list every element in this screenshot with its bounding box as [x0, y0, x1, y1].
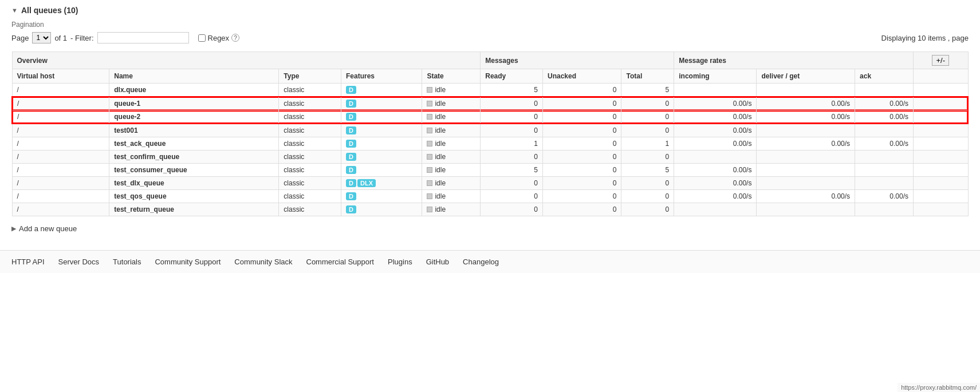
footer-link[interactable]: Tutorials: [113, 258, 141, 266]
state-dot: [427, 141, 432, 146]
regex-label: Regex: [208, 34, 230, 42]
cell-ack: [855, 177, 914, 190]
cell-vhost: /: [12, 97, 109, 110]
plus-minus-button[interactable]: +/-: [932, 55, 949, 66]
cell-total: 5: [621, 164, 674, 177]
cell-ack: [855, 84, 914, 97]
feature-badge-d: D: [346, 113, 356, 121]
cell-total: 0: [621, 190, 674, 203]
cell-name[interactable]: test_dlx_queue: [109, 177, 279, 190]
feature-badge-dlx: DLX: [357, 179, 376, 187]
plus-minus-header[interactable]: +/-: [914, 52, 969, 69]
col-empty: [914, 69, 969, 84]
cell-state: idle: [422, 84, 481, 97]
footer-link[interactable]: Changelog: [463, 258, 499, 266]
col-type: Type: [279, 69, 341, 84]
table-row[interactable]: /test_confirm_queueclassicDidle000: [12, 151, 968, 164]
cell-incoming: 0.00/s: [674, 190, 757, 203]
collapse-arrow[interactable]: ▼: [11, 7, 18, 14]
queue-name-link[interactable]: test_confirm_queue: [114, 153, 179, 161]
cell-ready: 0: [481, 203, 543, 216]
cell-state: idle: [422, 151, 481, 164]
cell-incoming: 0.00/s: [674, 177, 757, 190]
queue-name-link[interactable]: test_return_queue: [114, 205, 174, 213]
state-label: idle: [435, 205, 446, 213]
state-label: idle: [435, 153, 446, 161]
col-ready: Ready: [481, 69, 543, 84]
footer-link[interactable]: Server Docs: [58, 258, 100, 266]
table-row[interactable]: /test_qos_queueclassicDidle0000.00/s0.00…: [12, 190, 968, 203]
page-select[interactable]: 1: [32, 32, 51, 43]
regex-checkbox[interactable]: [198, 34, 206, 42]
cell-name[interactable]: test_return_queue: [109, 203, 279, 216]
cell-features: D: [341, 164, 422, 177]
col-incoming: incoming: [674, 69, 757, 84]
cell-empty: [914, 203, 969, 216]
queue-name-link[interactable]: queue-1: [114, 100, 140, 108]
state-dot: [427, 167, 432, 173]
footer-link[interactable]: HTTP API: [11, 258, 45, 266]
col-total: Total: [621, 69, 674, 84]
cell-name[interactable]: queue-1: [109, 97, 279, 110]
cell-features: D: [341, 203, 422, 216]
table-row[interactable]: /dlx.queueclassicDidle505: [12, 84, 968, 97]
cell-name[interactable]: test_qos_queue: [109, 190, 279, 203]
cell-unacked: 0: [543, 164, 621, 177]
add-queue-section: ▶ Add a new queue: [11, 224, 969, 233]
table-row[interactable]: /queue-1classicDidle0000.00/s0.00/s0.00/…: [12, 97, 968, 110]
cell-state: idle: [422, 137, 481, 151]
table-row[interactable]: /test_return_queueclassicDidle000: [12, 203, 968, 216]
table-row[interactable]: /test_consumer_queueclassicDidle5050.00/…: [12, 164, 968, 177]
cell-features: D: [341, 110, 422, 124]
table-row[interactable]: /test_ack_queueclassicDidle1010.00/s0.00…: [12, 137, 968, 151]
cell-ready: 0: [481, 97, 543, 110]
state-dot: [427, 128, 432, 133]
cell-state: idle: [422, 177, 481, 190]
cell-name[interactable]: dlx.queue: [109, 84, 279, 97]
cell-name[interactable]: queue-2: [109, 110, 279, 124]
cell-total: 1: [621, 137, 674, 151]
displaying-info: Displaying 10 items , page: [881, 34, 969, 42]
footer-link[interactable]: GitHub: [426, 258, 449, 266]
col-ack: ack: [855, 69, 914, 84]
feature-badge-d: D: [346, 179, 356, 187]
cell-empty: [914, 124, 969, 137]
table-row[interactable]: /queue-2classicDidle0000.00/s0.00/s0.00/…: [12, 110, 968, 124]
cell-deliver-get: [757, 84, 855, 97]
regex-help-icon[interactable]: ?: [231, 34, 239, 42]
cell-name[interactable]: test_consumer_queue: [109, 164, 279, 177]
queue-name-link[interactable]: test_ack_queue: [114, 140, 166, 148]
queue-name-link[interactable]: test_dlx_queue: [114, 179, 164, 187]
queue-table: Overview Messages Message rates +/- Virt…: [11, 52, 969, 216]
footer-link[interactable]: Plugins: [388, 258, 412, 266]
queue-name-link[interactable]: queue-2: [114, 113, 140, 121]
cell-features: D: [341, 137, 422, 151]
overview-header: Overview: [12, 52, 481, 69]
cell-name[interactable]: test001: [109, 124, 279, 137]
table-row[interactable]: /test001classicDidle0000.00/s: [12, 124, 968, 137]
footer-link[interactable]: Community Slack: [234, 258, 292, 266]
queues-title: All queues (10): [21, 6, 78, 15]
add-queue-link[interactable]: ▶ Add a new queue: [11, 224, 969, 233]
table-row[interactable]: /test_dlx_queueclassicDDLXidle0000.00/s: [12, 177, 968, 190]
pagination-label: Pagination: [11, 21, 969, 29]
cell-features: D: [341, 84, 422, 97]
queue-name-link[interactable]: test_consumer_queue: [114, 166, 187, 174]
cell-features: D: [341, 124, 422, 137]
col-state: State: [422, 69, 481, 84]
footer-link[interactable]: Commercial Support: [306, 258, 375, 266]
state-dot: [427, 207, 432, 212]
cell-ack: [855, 164, 914, 177]
cell-name[interactable]: test_confirm_queue: [109, 151, 279, 164]
queue-name-link[interactable]: test001: [114, 126, 137, 134]
cell-incoming: [674, 84, 757, 97]
cell-empty: [914, 97, 969, 110]
queue-name-link[interactable]: test_qos_queue: [114, 192, 166, 200]
cell-empty: [914, 151, 969, 164]
cell-name[interactable]: test_ack_queue: [109, 137, 279, 151]
filter-input[interactable]: [97, 32, 189, 43]
cell-state: idle: [422, 124, 481, 137]
cell-type: classic: [279, 164, 341, 177]
queue-name-link[interactable]: dlx.queue: [114, 86, 146, 94]
footer-link[interactable]: Community Support: [155, 258, 221, 266]
